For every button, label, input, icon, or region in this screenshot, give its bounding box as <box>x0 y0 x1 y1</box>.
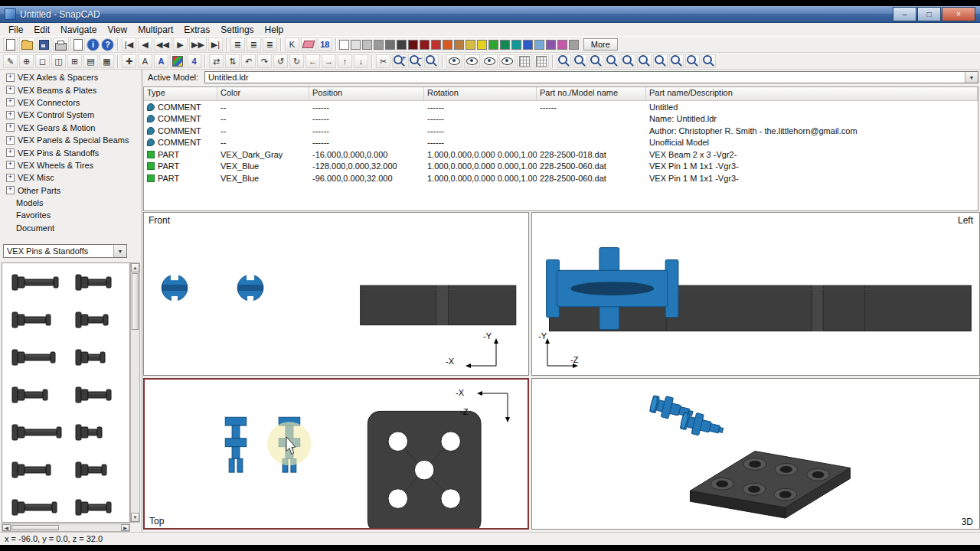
tree-item-models[interactable]: Models <box>2 197 139 209</box>
color-swatch-10[interactable] <box>443 40 452 50</box>
hide-selected-icon[interactable] <box>464 54 480 68</box>
scale-18-icon[interactable]: 18 <box>318 37 332 51</box>
export-list-icon[interactable]: ≣ <box>263 37 277 51</box>
close-button[interactable]: × <box>942 7 975 21</box>
print-preview-icon[interactable] <box>70 37 85 51</box>
palette-vertical-scrollbar[interactable]: ▲ ▼ <box>130 262 140 523</box>
color-swatch-4[interactable] <box>374 40 384 50</box>
scroll-down-icon[interactable]: ▼ <box>131 513 139 522</box>
color-swatch-17[interactable] <box>523 40 533 50</box>
zoom-fit-icon[interactable] <box>424 54 439 68</box>
viewport-zoom-6-icon[interactable] <box>637 54 652 68</box>
print-icon[interactable] <box>53 37 69 51</box>
rotate-ccw-icon[interactable]: ↺ <box>273 54 288 68</box>
viewport-zoom-3-icon[interactable] <box>589 54 603 68</box>
viewport-3d[interactable]: 3D <box>531 378 980 530</box>
viewport-front[interactable]: Front -Y -X <box>143 212 529 376</box>
forward-steps-icon[interactable]: ▶▶ <box>189 37 207 51</box>
table-pane-icon[interactable]: ▦ <box>100 54 114 68</box>
viewport-zoom-9-icon[interactable] <box>685 54 700 68</box>
list-pane-icon[interactable]: ▤ <box>83 54 98 68</box>
first-step-icon[interactable]: |◀ <box>122 37 136 51</box>
expand-icon[interactable]: + <box>6 111 15 119</box>
menu-navigate[interactable]: Navigate <box>55 24 102 36</box>
color-swatch-7[interactable] <box>408 40 418 50</box>
chevron-down-icon[interactable]: ▼ <box>965 72 978 83</box>
tree-item-favorites[interactable]: Favorites <box>2 209 139 221</box>
viewport-zoom-2-icon[interactable] <box>573 54 587 68</box>
part-thumbnail-14[interactable] <box>66 488 129 523</box>
tree-item-document[interactable]: Document <box>2 222 139 234</box>
group-4-icon[interactable]: 4 <box>187 54 201 68</box>
rotate-left-icon[interactable]: ↶ <box>241 54 256 68</box>
info-icon[interactable]: i <box>87 38 100 51</box>
part-thumbnail-9[interactable] <box>2 413 66 451</box>
cut-icon[interactable]: ✂ <box>376 54 390 68</box>
table-row[interactable]: COMMENT--------------------Untitled <box>144 101 978 113</box>
last-step-icon[interactable]: ▶| <box>208 37 223 51</box>
color-swatch-3[interactable] <box>362 40 372 50</box>
tree-item-vex-connectors[interactable]: +VEX Connectors <box>2 96 139 109</box>
tree-item-vex-pins-standoffs[interactable]: +VEX Pins & Standoffs <box>2 146 139 158</box>
viewport-zoom-7-icon[interactable] <box>653 54 668 68</box>
tree-item-vex-beams-plates[interactable]: +VEX Beams & Plates <box>2 83 139 96</box>
part-thumbnail-7[interactable] <box>2 376 66 413</box>
part-thumbnail-8[interactable] <box>66 376 129 413</box>
viewport-left[interactable]: Left -Y -Z <box>531 212 980 376</box>
table-row[interactable]: COMMENT--------------Name: Untitled.ldr <box>144 113 978 126</box>
color-swatch-8[interactable] <box>420 40 430 50</box>
colors-icon[interactable] <box>170 54 185 68</box>
rotate-right-icon[interactable]: ↷ <box>257 54 272 68</box>
scrollbar-thumb[interactable] <box>11 525 59 530</box>
parts-list-icon[interactable]: ≣ <box>230 37 245 51</box>
column-header-type[interactable]: Type <box>144 87 217 100</box>
color-swatch-2[interactable] <box>351 40 361 50</box>
scroll-right-icon[interactable]: ▶ <box>121 524 129 531</box>
rewind-steps-icon[interactable]: ◀◀ <box>154 37 172 51</box>
annotation-icon[interactable]: A <box>138 54 152 68</box>
table-row[interactable]: PARTVEX_Blue-128.000,0.000,32.0001.000,0… <box>144 161 978 173</box>
cancel-icon[interactable]: K <box>285 37 299 51</box>
part-thumbnail-12[interactable] <box>66 451 129 488</box>
category-dropdown[interactable]: VEX Pins & Standoffs ▼ <box>3 244 127 258</box>
zoom-out-icon[interactable]: − <box>408 54 423 68</box>
edit-mode-icon[interactable]: ✎ <box>3 54 18 68</box>
scrollbar-thumb[interactable] <box>132 273 139 330</box>
show-selected-icon[interactable] <box>482 54 498 68</box>
step-list-icon[interactable]: ≣ <box>247 37 261 51</box>
mirror-x-icon[interactable]: ⇄ <box>209 54 224 68</box>
scroll-left-icon[interactable]: ◀ <box>2 524 11 531</box>
color-swatch-9[interactable] <box>431 40 441 50</box>
expand-icon[interactable]: + <box>6 174 15 182</box>
color-swatch-5[interactable] <box>385 40 395 50</box>
expand-icon[interactable]: + <box>6 98 15 106</box>
tree-item-vex-axles-spacers[interactable]: +VEX Axles & Spacers <box>2 71 139 83</box>
viewport-zoom-5-icon[interactable] <box>621 54 635 68</box>
menu-settings[interactable]: Settings <box>215 24 259 36</box>
color-swatch-11[interactable] <box>454 40 464 50</box>
table-row[interactable]: COMMENT--------------Unofficial Model <box>144 137 978 149</box>
table-row[interactable]: PARTVEX_Blue-96.000,0.000,32.0001.000,0.… <box>144 172 978 184</box>
color-swatch-15[interactable] <box>500 40 510 50</box>
single-pane-icon[interactable]: ◻ <box>35 54 50 68</box>
annotation-color-icon[interactable]: A <box>154 54 168 68</box>
tree-item-vex-panels-special-beams[interactable]: +VEX Panels & Special Beams <box>2 134 139 146</box>
viewport-top[interactable]: Top -X -Z <box>143 378 529 530</box>
color-swatch-21[interactable] <box>569 40 579 50</box>
menu-extras[interactable]: Extras <box>178 24 215 36</box>
tree-item-other-parts[interactable]: +Other Parts <box>2 184 139 197</box>
part-thumbnail-3[interactable] <box>2 301 66 338</box>
menu-multipart[interactable]: Multipart <box>132 24 178 36</box>
table-row[interactable]: COMMENT--------------Author: Christopher… <box>144 125 978 137</box>
new-file-icon[interactable] <box>3 37 18 51</box>
viewport-zoom-4-icon[interactable] <box>605 54 619 68</box>
menu-file[interactable]: File <box>3 24 28 36</box>
add-part-icon[interactable]: ✚ <box>122 54 136 68</box>
column-header-part-no[interactable]: Part no./Model name <box>537 87 646 100</box>
color-swatch-14[interactable] <box>488 40 498 50</box>
quad-pane-icon[interactable]: ⊞ <box>67 54 82 68</box>
color-swatch-18[interactable] <box>534 40 544 50</box>
save-file-icon[interactable] <box>37 37 51 51</box>
zoom-in-icon[interactable]: + <box>392 54 407 68</box>
menu-help[interactable]: Help <box>260 24 289 36</box>
